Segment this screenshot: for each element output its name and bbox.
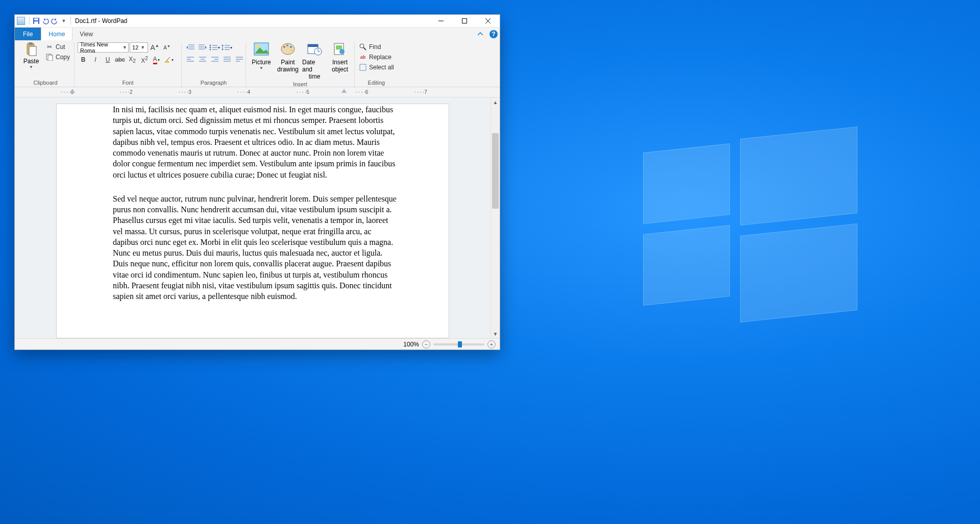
qat-customize-button[interactable]: ▼ [59, 16, 68, 26]
align-center-icon [199, 57, 206, 63]
insert-datetime-button[interactable]: Date and time [302, 42, 327, 80]
bold-icon: B [81, 56, 86, 63]
svg-point-49 [290, 49, 292, 52]
bullet-list-icon [209, 44, 217, 51]
vertical-scrollbar[interactable]: ▲ ▼ [491, 97, 500, 338]
qat-save-button[interactable] [32, 16, 41, 26]
svg-rect-2 [34, 21, 38, 24]
close-icon [485, 18, 491, 23]
find-button[interactable]: Find [358, 42, 382, 52]
svg-rect-56 [336, 45, 342, 49]
font-size-combo[interactable]: 12▼ [130, 42, 148, 53]
group-clipboard: Paste ▼ ✂ Cut Copy Clipboard [17, 42, 75, 87]
object-icon [332, 42, 348, 58]
svg-rect-60 [360, 64, 366, 70]
scroll-up-button[interactable]: ▲ [491, 97, 500, 107]
bold-button[interactable]: B [78, 55, 89, 65]
home-tab[interactable]: Home [41, 28, 72, 40]
zoom-level: 100% [403, 341, 419, 348]
ribbon-collapse-button[interactable] [473, 28, 487, 40]
grow-font-button[interactable]: A▲ [149, 42, 160, 53]
paragraph[interactable]: Sed vel neque auctor, rutrum nunc pulvin… [113, 193, 399, 302]
bullet-list-button[interactable]: ▼ [209, 42, 220, 53]
ribbon: Paste ▼ ✂ Cut Copy Clipboard [15, 40, 500, 87]
maximize-button[interactable] [453, 15, 476, 27]
zoom-slider-thumb[interactable] [458, 341, 462, 347]
close-button[interactable] [476, 15, 500, 27]
right-indent-marker[interactable] [341, 89, 347, 93]
svg-point-47 [286, 44, 288, 46]
shrink-font-button[interactable]: A▼ [161, 42, 173, 53]
paste-button[interactable]: Paste ▼ [20, 42, 42, 69]
minimize-button[interactable] [429, 15, 453, 27]
increase-indent-button[interactable] [197, 42, 208, 53]
zoom-in-button[interactable]: + [487, 340, 496, 348]
align-right-icon [211, 57, 218, 63]
highlight-button[interactable]: ▼ [163, 55, 175, 65]
app-icon [17, 17, 25, 25]
copy-button[interactable]: Copy [44, 53, 71, 62]
qat-redo-button[interactable] [50, 16, 59, 26]
underline-button[interactable]: U [102, 55, 113, 65]
group-paragraph: ▼ ▼ Paragraph [182, 42, 246, 87]
svg-point-48 [290, 46, 292, 48]
group-editing: Find ab Replace Select all Editing [355, 42, 398, 87]
select-all-icon [359, 63, 367, 71]
line-spacing-button[interactable]: ▼ [222, 42, 233, 53]
align-left-button[interactable] [185, 55, 196, 65]
scroll-down-button[interactable]: ▼ [491, 329, 500, 338]
insert-object-button[interactable]: Insert object [329, 42, 351, 73]
replace-button[interactable]: ab Replace [358, 53, 393, 62]
scroll-thumb[interactable] [492, 133, 499, 209]
decrease-indent-button[interactable] [185, 42, 196, 53]
cut-button[interactable]: ✂ Cut [44, 42, 71, 52]
font-color-icon: A [153, 56, 157, 64]
font-family-combo[interactable]: Times New Roma▼ [78, 42, 129, 53]
select-all-button[interactable]: Select all [358, 63, 395, 72]
align-right-button[interactable] [209, 55, 220, 65]
italic-button[interactable]: I [90, 55, 101, 65]
font-color-button[interactable]: A▼ [151, 55, 162, 65]
svg-point-58 [360, 44, 364, 48]
svg-point-18 [209, 45, 211, 46]
superscript-button[interactable]: X2 [139, 55, 150, 65]
document-page[interactable]: In nisi mi, facilisis nec quam et, aliqu… [56, 104, 449, 338]
paragraph-dialog-button[interactable] [234, 55, 245, 65]
left-indent-marker[interactable] [70, 89, 75, 93]
insert-paint-button[interactable]: Paint drawing [276, 42, 300, 73]
line-spacing-icon [222, 44, 230, 51]
align-center-button[interactable] [197, 55, 208, 65]
file-tab[interactable]: File [15, 28, 41, 40]
grow-font-icon: A▲ [150, 43, 159, 52]
maximize-icon [462, 18, 467, 23]
svg-line-59 [363, 47, 366, 50]
statusbar: 100% − + [15, 338, 500, 350]
qat-undo-button[interactable] [41, 16, 50, 26]
subscript-icon: X2 [129, 56, 136, 64]
titlebar[interactable]: ▼ Doc1.rtf - WordPad [15, 15, 500, 27]
italic-icon: I [94, 56, 96, 63]
help-button[interactable]: ? [487, 28, 500, 40]
zoom-out-button[interactable]: − [422, 340, 430, 348]
group-insert: Picture ▼ Paint drawing Date and time In… [246, 42, 355, 87]
underline-icon: U [106, 56, 110, 63]
zoom-slider[interactable] [433, 343, 484, 345]
svg-rect-4 [462, 19, 467, 23]
svg-point-57 [339, 49, 345, 54]
find-icon [359, 43, 367, 51]
view-tab[interactable]: View [72, 28, 101, 40]
subscript-button[interactable]: X2 [127, 55, 138, 65]
strikethrough-button[interactable]: abc [114, 55, 126, 65]
replace-icon: ab [359, 53, 367, 61]
minimize-icon [438, 18, 444, 23]
ruler[interactable]: · · · · 1· · · · 2· · · · 3· · · · 4· · … [15, 87, 500, 97]
datetime-icon [307, 42, 322, 58]
align-justify-button[interactable] [222, 55, 233, 65]
group-font: Times New Roma▼ 12▼ A▲ A▼ B I U abc X2 X… [75, 42, 182, 87]
svg-point-19 [209, 47, 211, 48]
paragraph[interactable]: In nisi mi, facilisis nec quam et, aliqu… [113, 104, 399, 180]
insert-picture-button[interactable]: Picture ▼ [249, 42, 274, 70]
clipboard-group-label: Clipboard [20, 79, 71, 86]
align-left-icon [187, 57, 194, 63]
help-icon: ? [489, 30, 498, 38]
